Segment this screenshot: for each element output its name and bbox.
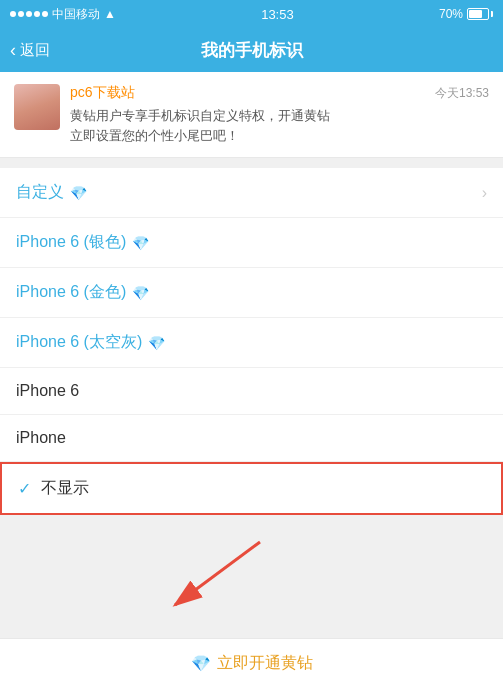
- battery-percent: 70%: [439, 7, 463, 21]
- gem-icon-iphone6-gray: 💎: [148, 335, 165, 351]
- battery-fill: [469, 10, 482, 18]
- menu-item-label-iphone: iPhone: [16, 429, 66, 447]
- menu-list: 自定义 💎 › iPhone 6 (银色) 💎 iPhone 6 (金色) 💎 …: [0, 168, 503, 515]
- signal-dot-5: [42, 11, 48, 17]
- menu-item-label-iphone6-gray: iPhone 6 (太空灰): [16, 332, 142, 353]
- menu-item-iphone6[interactable]: iPhone 6: [0, 368, 503, 415]
- signal-dot-4: [34, 11, 40, 17]
- signal-dot-3: [26, 11, 32, 17]
- menu-item-iphone6-gray[interactable]: iPhone 6 (太空灰) 💎: [0, 318, 503, 368]
- wifi-icon: ▲: [104, 7, 116, 21]
- gem-icon-custom: 💎: [70, 185, 87, 201]
- status-time: 13:53: [261, 7, 294, 22]
- avatar: [14, 84, 60, 130]
- signal-dot-2: [18, 11, 24, 17]
- menu-item-hide[interactable]: ✓ 不显示: [0, 462, 503, 515]
- gem-icon-bottom: 💎: [191, 654, 211, 673]
- message-sender: pc6下载站: [70, 84, 135, 102]
- menu-item-label-iphone6: iPhone 6: [16, 382, 79, 400]
- message-time: 今天13:53: [435, 85, 489, 102]
- bottom-button-container: 💎 立即开通黄钻: [0, 638, 503, 688]
- carrier-label: 中国移动: [52, 6, 100, 23]
- message-text: 黄钻用户专享手机标识自定义特权，开通黄钻立即设置您的个性小尾巴吧！: [70, 106, 489, 145]
- menu-item-iphone[interactable]: iPhone: [0, 415, 503, 462]
- gem-icon-iphone6-silver: 💎: [132, 235, 149, 251]
- check-icon-hide: ✓: [18, 479, 31, 498]
- menu-item-label-hide: 不显示: [41, 478, 89, 499]
- status-left: 中国移动 ▲: [10, 6, 116, 23]
- sender-name: pc6: [70, 84, 93, 100]
- chevron-icon-custom: ›: [482, 184, 487, 202]
- menu-item-label-iphone6-gold: iPhone 6 (金色): [16, 282, 126, 303]
- status-bar: 中国移动 ▲ 13:53 70%: [0, 0, 503, 28]
- back-label: 返回: [20, 41, 50, 60]
- menu-item-custom[interactable]: 自定义 💎 ›: [0, 168, 503, 218]
- message-header: pc6下载站 今天13:53: [70, 84, 489, 102]
- signal-dots: [10, 11, 48, 17]
- message-card: pc6下载站 今天13:53 黄钻用户专享手机标识自定义特权，开通黄钻立即设置您…: [0, 72, 503, 158]
- battery-body: [467, 8, 489, 20]
- sender-suffix: 下载站: [93, 84, 135, 100]
- menu-item-label-custom: 自定义: [16, 182, 64, 203]
- message-content: pc6下载站 今天13:53 黄钻用户专享手机标识自定义特权，开通黄钻立即设置您…: [70, 84, 489, 145]
- menu-item-iphone6-silver[interactable]: iPhone 6 (银色) 💎: [0, 218, 503, 268]
- menu-item-label-iphone6-silver: iPhone 6 (银色): [16, 232, 126, 253]
- menu-item-iphone6-gold[interactable]: iPhone 6 (金色) 💎: [0, 268, 503, 318]
- header: ‹ 返回 我的手机标识: [0, 28, 503, 72]
- svg-line-1: [175, 542, 260, 605]
- activate-label: 立即开通黄钻: [217, 653, 313, 674]
- battery-tip: [491, 11, 493, 17]
- battery-indicator: [467, 8, 493, 20]
- back-arrow-icon: ‹: [10, 40, 16, 61]
- divider: [0, 158, 503, 168]
- back-button[interactable]: ‹ 返回: [10, 40, 50, 61]
- activate-button[interactable]: 💎 立即开通黄钻: [191, 653, 313, 674]
- signal-dot-1: [10, 11, 16, 17]
- gem-icon-iphone6-gold: 💎: [132, 285, 149, 301]
- avatar-image: [14, 84, 60, 130]
- status-right: 70%: [439, 7, 493, 21]
- page-title: 我的手机标识: [201, 39, 303, 62]
